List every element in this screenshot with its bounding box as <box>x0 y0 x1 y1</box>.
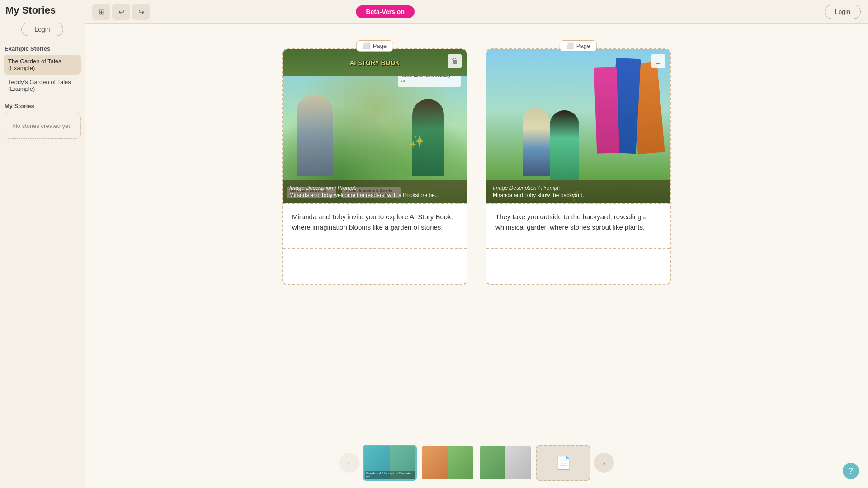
card-2-story-text: They take you outside to the backyard, r… <box>495 213 647 231</box>
thumb-3-right <box>505 446 531 479</box>
main-content: ⊞ ↩ ↪ Beta-Version Login ⬜ Page <box>85 0 868 488</box>
thumb-3-left <box>480 446 505 479</box>
card-image-2: 🌿 🌱 🗑 Image Description / Prompt: Mirand… <box>486 49 670 203</box>
card-1-bottom-area <box>283 248 467 284</box>
page-text-1: Page <box>373 42 387 49</box>
card-2-bottom-area <box>486 248 670 284</box>
story-card-2-outer: ⬜ Page 🌿 <box>486 48 671 285</box>
example-stories-label: Example Stories <box>4 45 81 52</box>
thumb-2-right <box>448 446 473 479</box>
card-2-overlay-title: Image Description / Prompt: <box>493 185 664 191</box>
beta-badge: Beta-Version <box>356 5 415 18</box>
redo-icon: ↪ <box>138 8 144 16</box>
thumbnail-strip: ‹ Miranda and Toby invite... / They take… <box>85 439 868 488</box>
no-stories-text: No stories created yet! <box>13 122 71 129</box>
story-card-2: 🌿 🌱 🗑 Image Description / Prompt: Mirand… <box>486 48 671 285</box>
undo-icon: ↩ <box>118 8 124 16</box>
sidebar-login-button[interactable]: Login <box>21 23 63 36</box>
toolbar: ⊞ ↩ ↪ Beta-Version Login <box>85 0 868 24</box>
card-1-story-text: Miranda and Toby invite you to explore A… <box>292 213 453 231</box>
top-login-button[interactable]: Login <box>825 5 861 19</box>
thumbnail-1[interactable]: Miranda and Toby invite... / They take y… <box>363 445 417 481</box>
story-card-1-outer: ⬜ Page We are storytellers, this bad pla… <box>282 48 467 285</box>
card-1-overlay-title: Image Description / Prompt: <box>289 185 460 191</box>
prev-icon: ‹ <box>348 458 351 468</box>
card-1-overlay: Image Description / Prompt: Miranda and … <box>283 180 467 203</box>
help-button[interactable]: ? <box>843 463 859 479</box>
thumb-3-inner <box>480 446 531 479</box>
thumb-4-icon: 📄 <box>556 455 571 470</box>
page-text-2: Page <box>576 42 590 49</box>
card-1-delete-button[interactable]: 🗑 <box>448 54 462 68</box>
sidebar-item-garden-tales[interactable]: The Garden of Tales (Example) <box>4 55 81 75</box>
card-2-text-area: They take you outside to the backyard, r… <box>486 203 670 248</box>
sidebar: My Stories Login Example Stories The Gar… <box>0 0 85 488</box>
next-icon: › <box>603 458 606 468</box>
sidebar-title: My Stories <box>4 5 81 16</box>
page-label-2: ⬜ Page <box>560 40 597 52</box>
no-stories-box: No stories created yet! <box>4 113 81 139</box>
story-image-2: 🌿 🌱 <box>486 49 670 203</box>
sidebar-toggle-button[interactable]: ⊞ <box>92 4 110 20</box>
my-stories-label: My Stories <box>4 103 81 109</box>
sidebar-item-teddy-tales[interactable]: Teddy's Garden of Tales (Example) <box>4 75 81 95</box>
page-icon-1: ⬜ <box>363 42 370 49</box>
card-2-overlay: Image Description / Prompt: Miranda and … <box>486 180 670 203</box>
card-image-1: We are storytellers, this bad place ce s… <box>283 49 467 203</box>
story-card-1: We are storytellers, this bad place ce s… <box>282 48 467 285</box>
thumbnail-2[interactable] <box>420 445 475 481</box>
card-1-overlay-text: Miranda and Toby welcome the readers, wi… <box>289 192 460 198</box>
thumb-1-text: Miranda and Toby invite... / They take y… <box>365 471 415 479</box>
story-image-1: We are storytellers, this bad place ce s… <box>283 49 467 203</box>
next-button[interactable]: › <box>594 453 614 473</box>
prev-button[interactable]: ‹ <box>339 453 359 473</box>
sidebar-icon: ⊞ <box>99 8 104 16</box>
thumbnail-3[interactable] <box>478 445 533 481</box>
bookstore-sign: AI STORY BOOK <box>350 59 400 66</box>
help-icon: ? <box>849 466 853 476</box>
page-icon-2: ⬜ <box>566 42 574 49</box>
thumbnail-4[interactable]: 📄 <box>536 445 590 481</box>
card-2-overlay-text: Miranda and Toby show the backyard. <box>493 192 664 198</box>
undo-button[interactable]: ↩ <box>112 4 130 20</box>
redo-button[interactable]: ↪ <box>132 4 150 20</box>
card-1-text-area: Miranda and Toby invite you to explore A… <box>283 203 467 248</box>
page-label-1: ⬜ Page <box>356 40 393 52</box>
thumb-2-left <box>422 446 448 479</box>
card-2-delete-button[interactable]: 🗑 <box>651 54 665 68</box>
thumb-2-inner <box>422 446 473 479</box>
cards-area: ⬜ Page We are storytellers, this bad pla… <box>85 24 868 439</box>
